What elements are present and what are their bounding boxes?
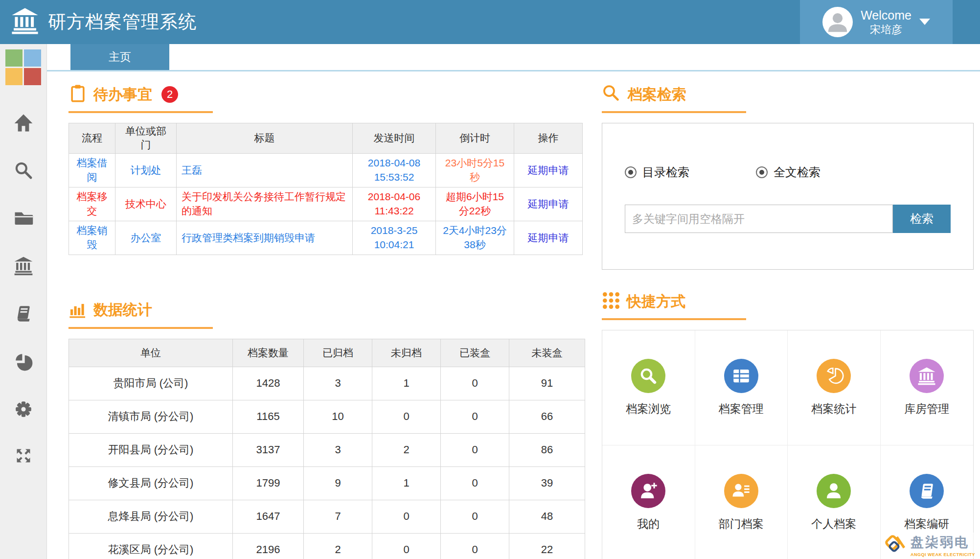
todo-sent-time: 2018-3-25 10:04:21	[353, 221, 436, 255]
radio-catalog-search[interactable]: 目录检索	[625, 164, 689, 180]
search-icon	[631, 359, 665, 393]
todo-row: 档案销毁 办公室 行政管理类档案到期销毁申请 2018-3-25 10:04:2…	[69, 221, 583, 255]
shortcut-archive-manage[interactable]: 档案管理	[695, 330, 788, 445]
watermark-name: 盘柒弱电	[911, 534, 975, 551]
stats-total: 1799	[233, 466, 304, 500]
todo-col-countdown: 倒计时	[436, 123, 514, 154]
folder-icon	[13, 222, 34, 230]
shortcut-label: 档案编研	[904, 516, 949, 532]
stats-archived: 10	[304, 400, 372, 433]
stats-unit-link[interactable]: 修文县局 (分公司)	[69, 466, 233, 500]
shortcut-dept-archive[interactable]: 部门档案	[695, 445, 788, 559]
app-header: 研方档案管理系统 Welcome 宋培彦	[0, 0, 980, 44]
sidebar-item-home[interactable]	[13, 113, 34, 133]
stats-archived: 3	[304, 367, 372, 400]
sidebar-item-pie-chart[interactable]	[13, 351, 34, 372]
logo-square-orange	[5, 68, 23, 85]
search-mode-options: 目录检索 全文检索	[625, 164, 951, 180]
todo-countdown: 2天4小时23分38秒	[436, 221, 514, 255]
stats-total: 1165	[233, 400, 304, 433]
shortcut-archive-stats[interactable]: 档案统计	[788, 330, 881, 445]
todo-section-head: 待办事宜 2	[68, 84, 582, 105]
sidebar-item-search[interactable]	[14, 161, 33, 180]
todo-dept-link[interactable]: 计划处	[115, 153, 177, 187]
stats-unarchived: 2	[372, 433, 441, 466]
shortcuts-section: 快捷方式 档案浏览	[602, 291, 974, 559]
todo-doc-title-link[interactable]: 关于印发机关公务接待工作暂行规定的通知	[177, 187, 353, 221]
shortcut-label: 我的	[637, 516, 660, 532]
search-panel: 目录检索 全文检索 检索	[602, 123, 974, 270]
user-text: Welcome 宋培彦	[861, 8, 912, 37]
shortcut-storage-manage[interactable]: 库房管理	[881, 330, 974, 445]
stats-col-unboxed: 未装盒	[509, 339, 585, 367]
stats-col-boxed: 已装盒	[441, 339, 509, 367]
stats-unarchived: 1	[372, 367, 441, 400]
section-underline	[68, 327, 213, 329]
todo-dept-link[interactable]: 技术中心	[115, 187, 177, 221]
book-icon	[13, 318, 34, 326]
todo-doc-title-link[interactable]: 王磊	[177, 153, 353, 187]
shortcut-grid: 档案浏览 档案管理	[602, 330, 974, 559]
pie-chart-icon	[13, 366, 34, 373]
search-button[interactable]: 检索	[893, 205, 951, 233]
stats-unit-link[interactable]: 息烽县局 (分公司)	[69, 500, 233, 533]
stats-archived: 9	[304, 466, 372, 500]
archive-search-section: 档案检索 目录检索 全文检索	[602, 84, 974, 270]
brand: 研方档案管理系统	[0, 7, 197, 37]
pie-chart-icon	[817, 359, 851, 393]
user-menu[interactable]: Welcome 宋培彦	[800, 0, 953, 44]
todo-dept-link[interactable]: 办公室	[115, 221, 177, 255]
sidebar-item-bank[interactable]	[13, 256, 34, 276]
stats-unit-link[interactable]: 贵阳市局 (公司)	[69, 367, 233, 400]
todo-countdown: 23小时5分15秒	[436, 153, 514, 187]
watermark: 盘柒弱电 ANGQI WEAK ELECTRICITY	[881, 533, 975, 558]
stats-table: 单位 档案数量 已归档 未归档 已装盒 未装盒 贵阳市局 (公司)	[68, 339, 585, 559]
home-icon	[13, 127, 34, 135]
watermark-subtitle: ANGQI WEAK ELECTRICITY	[911, 552, 975, 557]
todo-delay-request-link[interactable]: 延期申请	[514, 187, 583, 221]
stats-boxed: 0	[441, 533, 509, 559]
sidebar-item-settings[interactable]	[14, 399, 33, 419]
avatar	[822, 7, 853, 37]
section-underline	[602, 318, 746, 320]
stats-unboxed: 39	[509, 466, 585, 500]
stats-unit-link[interactable]: 清镇市局 (分公司)	[69, 400, 233, 433]
todo-doc-title-link[interactable]: 行政管理类档案到期销毁申请	[177, 221, 353, 255]
shortcut-archive-browse[interactable]: 档案浏览	[602, 330, 695, 445]
tab-home[interactable]: 主页	[70, 44, 169, 70]
stats-col-unarchived: 未归档	[372, 339, 441, 367]
stats-col-unit: 单位	[69, 339, 233, 367]
table-icon	[724, 359, 758, 393]
shortcut-mine[interactable]: 我的	[602, 445, 695, 559]
shortcut-label: 库房管理	[904, 401, 949, 417]
sidebar-item-book[interactable]	[13, 303, 34, 324]
stats-total: 1647	[233, 500, 304, 533]
sidebar-item-folder[interactable]	[13, 208, 34, 228]
shortcut-personal-archive[interactable]: 个人档案	[788, 445, 881, 559]
stats-unit-link[interactable]: 开阳县局 (分公司)	[69, 433, 233, 466]
radio-fulltext-search[interactable]: 全文检索	[756, 164, 820, 180]
todo-delay-request-link[interactable]: 延期申请	[514, 221, 583, 255]
todo-process-link[interactable]: 档案借阅	[69, 153, 115, 187]
stats-unit-link[interactable]: 花溪区局 (分公司)	[69, 533, 233, 559]
todo-sent-time: 2018-04-08 15:53:52	[353, 153, 436, 187]
stats-unarchived: 0	[372, 400, 441, 433]
bank-icon	[910, 359, 944, 393]
search-input[interactable]	[625, 205, 893, 233]
stats-total: 3137	[233, 433, 304, 466]
stats-unboxed: 22	[509, 533, 585, 559]
stats-unboxed: 86	[509, 433, 585, 466]
clipboard-icon	[68, 84, 87, 105]
stats-total: 2196	[233, 533, 304, 559]
logo-square-blue	[24, 49, 41, 67]
expand-icon	[14, 459, 33, 466]
todo-process-link[interactable]: 档案移交	[69, 187, 115, 221]
gear-icon	[14, 413, 33, 420]
sidebar-item-expand[interactable]	[14, 446, 33, 465]
todo-section: 待办事宜 2 流程 单位或部门 标题 发送时间 倒计时	[68, 84, 582, 255]
bank-icon	[13, 270, 34, 278]
todo-process-link[interactable]: 档案销毁	[69, 221, 115, 255]
todo-table: 流程 单位或部门 标题 发送时间 倒计时 操作 档案借阅 计划处	[68, 123, 583, 255]
todo-delay-request-link[interactable]: 延期申请	[514, 153, 583, 187]
todo-countdown: 超期6小时15分22秒	[436, 187, 514, 221]
